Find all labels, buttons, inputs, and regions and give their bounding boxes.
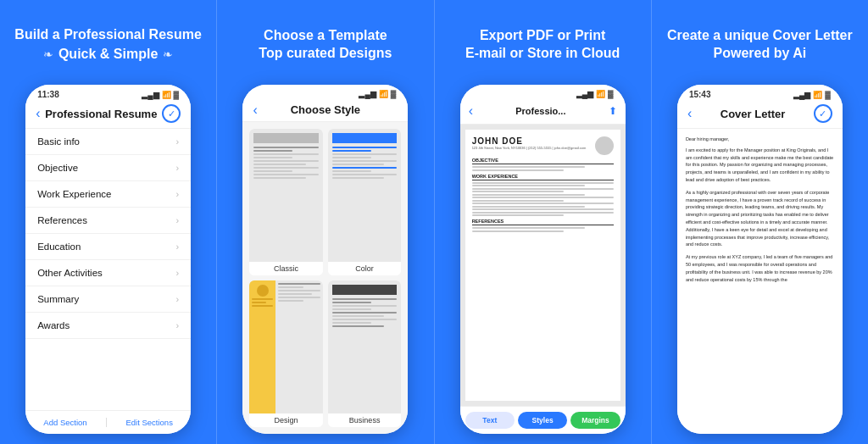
- pdf-work-line1: [472, 182, 614, 184]
- chevron-icon-awards: ›: [175, 320, 179, 330]
- cl-paragraph2: As a highly organized professional with …: [686, 189, 834, 248]
- wifi-icon: 📶: [162, 91, 171, 99]
- phone3-header: ‹ Professio... ⬆: [460, 100, 626, 125]
- panel2-title-line2: Top curated Designs: [259, 45, 392, 63]
- cl-greeting: Dear hiring manager,: [686, 136, 834, 143]
- menu-label-basic: Basic info: [37, 136, 80, 147]
- wifi4-icon: 📶: [813, 91, 822, 99]
- phone2-header: ‹ Choose Style: [242, 100, 408, 122]
- menu-item-objective[interactable]: Objective ›: [25, 155, 191, 181]
- pdf-document: JOHN DOE 123 4th Street, New York, NY100…: [465, 130, 620, 401]
- phone2-title: Choose Style: [291, 103, 360, 116]
- template-business-label: Business: [328, 413, 402, 427]
- menu-item-education[interactable]: Education ›: [25, 234, 191, 260]
- signal-icon: ▂▄▆: [142, 91, 159, 99]
- chevron-icon-basic: ›: [175, 136, 179, 147]
- edit-sections-button[interactable]: Edit Sections: [125, 418, 172, 427]
- panel-template: Choose a Template Top curated Designs ▂▄…: [217, 0, 434, 444]
- chevron-icon-work: ›: [175, 189, 179, 199]
- styles-button[interactable]: Styles: [518, 412, 567, 429]
- cover-letter-content: Dear hiring manager, I am excited to app…: [677, 129, 843, 434]
- menu-label-objective: Objective: [37, 163, 78, 173]
- template-classic-label: Classic: [249, 262, 323, 275]
- margins-button[interactable]: Margins: [570, 412, 620, 429]
- pdf-objective-line1: [472, 166, 586, 168]
- templates-grid: Classic: [242, 122, 408, 434]
- phone4-mockup: 15:43 ▂▄▆ 📶 ▓ ‹ Cover Letter ✓ Dear hiri…: [677, 85, 843, 434]
- phone1-status-bar: 11:38 ▂▄▆ 📶 ▓: [25, 85, 191, 101]
- panel1-title-line2: Quick & Simple: [58, 46, 158, 64]
- menu-item-awards[interactable]: Awards ›: [25, 313, 191, 339]
- cl-paragraph3: At my previous role at XYZ company, I le…: [686, 253, 834, 283]
- check-button[interactable]: ✓: [162, 104, 181, 123]
- panel-cover: Create a unique Cover Letter Powered by …: [652, 0, 868, 444]
- pdf-content: JOHN DOE 123 4th Street, New York, NY100…: [460, 125, 626, 406]
- pdf-contact: 123 4th Street, New York, NY10036 | (212…: [472, 146, 587, 150]
- chevron-icon-summary: ›: [175, 294, 179, 304]
- template-business-preview: [328, 280, 402, 413]
- template-classic[interactable]: Classic: [249, 129, 323, 275]
- pdf-work-line6: [472, 197, 614, 198]
- pdf-section-work: WORK EXPERIENCE: [472, 174, 614, 180]
- share-icon[interactable]: ⬆: [609, 105, 617, 117]
- pdf-work-line12: [472, 214, 565, 216]
- panel3-title-line2: E-mail or Store in Cloud: [465, 45, 620, 63]
- phone4-time: 15:43: [689, 90, 711, 99]
- pdf-work-line2: [472, 185, 586, 186]
- panel2-title-line1: Choose a Template: [264, 27, 387, 45]
- template-color[interactable]: Color: [328, 129, 402, 275]
- pdf-ref-line2: [472, 230, 565, 232]
- text-button[interactable]: Text: [465, 412, 515, 429]
- template-color-preview: [328, 129, 402, 262]
- menu-label-awards: Awards: [37, 320, 70, 330]
- panel-pdf-header: Export PDF or Print E-mail or Store in C…: [465, 15, 620, 75]
- phone1-mockup: 11:38 ▂▄▆ 📶 ▓ ‹ Professional Resume ✓ Ba…: [25, 85, 191, 434]
- pdf-work-line11: [472, 212, 614, 214]
- panel4-title-line2: Powered by Ai: [714, 45, 807, 63]
- pdf-ref-line1: [472, 227, 586, 229]
- phone1-footer: Add Section Edit Sections: [25, 410, 191, 434]
- menu-label-other: Other Activities: [37, 268, 103, 278]
- phone3-status-bar: ▂▄▆ 📶 ▓: [460, 85, 626, 100]
- battery4-icon: ▓: [825, 91, 831, 99]
- phone2-mockup: ▂▄▆ 📶 ▓ ‹ Choose Style: [242, 85, 408, 434]
- template-design-label: Design: [249, 413, 323, 427]
- panel3-title-line1: Export PDF or Print: [480, 27, 605, 45]
- phone4-check-button[interactable]: ✓: [814, 104, 832, 123]
- chevron-icon-objective: ›: [175, 163, 179, 173]
- template-design-preview: [249, 280, 323, 413]
- pdf-photo: [595, 136, 614, 155]
- add-section-button[interactable]: Add Section: [43, 418, 86, 427]
- pdf-section-objective: OBJECTIVE: [472, 158, 614, 164]
- template-business[interactable]: Business: [328, 280, 402, 427]
- menu-item-summary[interactable]: Summary ›: [25, 286, 191, 313]
- main-container: Build a Professional Resume ❧ Quick & Si…: [0, 0, 868, 444]
- panel-cover-header: Create a unique Cover Letter Powered by …: [667, 15, 853, 75]
- phone4-header: ‹ Cover Letter ✓: [677, 101, 843, 129]
- phone3-status-icons: ▂▄▆ 📶 ▓: [576, 90, 614, 98]
- laurel-right-icon: ❧: [163, 47, 173, 61]
- menu-item-basic[interactable]: Basic info ›: [25, 129, 191, 155]
- phone2-back-button[interactable]: ‹: [253, 103, 257, 118]
- battery-icon: ▓: [174, 91, 180, 99]
- menu-label-references: References: [37, 215, 87, 225]
- phone1-header: ‹ Professional Resume ✓: [25, 101, 191, 129]
- pdf-work-line7: [472, 200, 565, 202]
- pdf-work-line4: [472, 191, 565, 192]
- menu-item-work[interactable]: Work Experience ›: [25, 181, 191, 208]
- back-button[interactable]: ‹: [36, 106, 40, 121]
- battery3-icon: ▓: [608, 90, 614, 98]
- pdf-name: JOHN DOE: [472, 136, 587, 146]
- phone4-back-button[interactable]: ‹: [687, 106, 692, 121]
- phone3-back-button[interactable]: ‹: [469, 103, 473, 119]
- panel4-title-line1: Create a unique Cover Letter: [667, 27, 853, 45]
- footer-divider: [106, 418, 107, 427]
- chevron-icon-references: ›: [175, 215, 179, 225]
- phone1-title: Professional Resume: [45, 108, 157, 120]
- phone3-title: Professio...: [515, 106, 565, 116]
- panel-pdf: Export PDF or Print E-mail or Store in C…: [435, 0, 652, 444]
- menu-item-other[interactable]: Other Activities ›: [25, 260, 191, 286]
- menu-item-references[interactable]: References ›: [25, 208, 191, 234]
- menu-list: Basic info › Objective › Work Experience…: [25, 129, 191, 410]
- template-design[interactable]: Design: [249, 280, 323, 427]
